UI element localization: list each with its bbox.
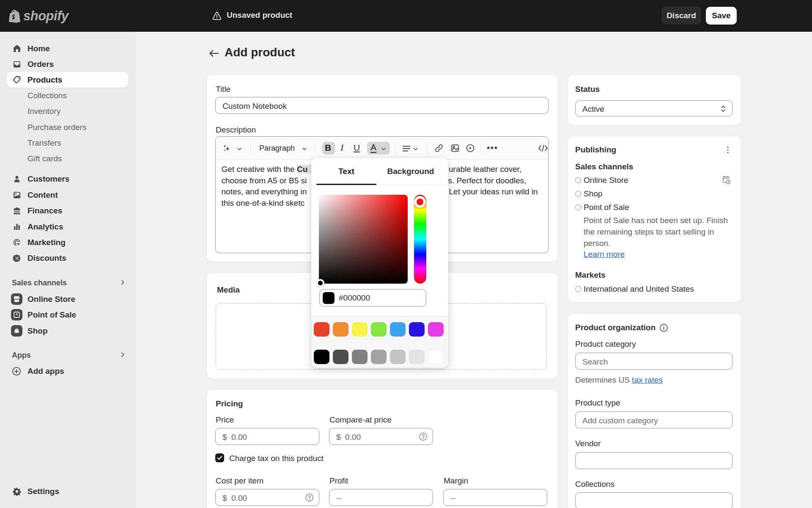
svg-text:shopify: shopify bbox=[23, 9, 69, 23]
